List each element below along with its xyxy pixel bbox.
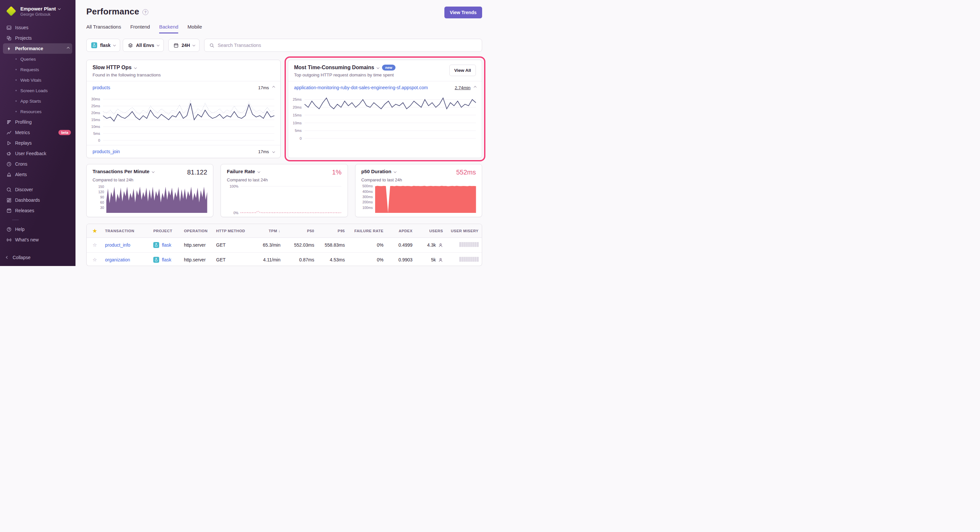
expand-row-icon[interactable] (272, 150, 275, 153)
misery-bar (475, 242, 477, 247)
y-tick-label: 5ms (295, 129, 302, 132)
column-header-p50[interactable]: P50 (283, 225, 317, 237)
column-header-method[interactable]: HTTP METHOD (213, 225, 250, 237)
sidebar-item-metrics[interactable]: Metricsbeta (0, 127, 75, 138)
chevron-down-icon[interactable] (258, 170, 260, 173)
chevron-down-icon[interactable] (377, 66, 379, 69)
column-header-users[interactable]: USERS (416, 225, 446, 237)
sidebar-item-discover[interactable]: Discover (0, 184, 75, 195)
slow-http-ops-panel: Slow HTTP Ops Found in the following tra… (86, 60, 281, 158)
org-text: Empower Plant George Gritsouk (20, 6, 60, 17)
sidebar-item-dashboards[interactable]: Dashboards (0, 195, 75, 205)
column-header-p95[interactable]: P95 (318, 225, 348, 237)
y-tick-label: 90 (100, 195, 104, 199)
transaction-link[interactable]: products (92, 85, 110, 90)
collapse-row-icon[interactable] (474, 86, 476, 89)
cell-apdex: 0.4999 (387, 238, 416, 252)
releases-icon (6, 208, 11, 213)
sidebar-item-help[interactable]: Help (0, 224, 75, 235)
tab-backend[interactable]: Backend (159, 24, 178, 33)
misery-bar (463, 242, 465, 247)
sidebar-item-releases[interactable]: Releases (0, 205, 75, 216)
sidebar-item-profiling[interactable]: Profiling (0, 117, 75, 127)
chevron-down-icon (113, 44, 116, 46)
org-name: Empower Plant (20, 6, 56, 11)
column-header-tpm[interactable]: TPM ↓ (250, 225, 283, 237)
sidebar-subitem-resources[interactable]: Resources (0, 106, 75, 117)
domains-chart: 25ms20ms15ms10ms5ms0 (288, 94, 482, 143)
sidebar-subitem-requests[interactable]: Requests (0, 64, 75, 75)
cell-favorite[interactable]: ☆ (87, 253, 102, 266)
beta-badge: beta (59, 130, 71, 135)
tab-mobile[interactable]: Mobile (188, 24, 202, 33)
cell-p50: 0.87ms (283, 253, 317, 266)
y-tick-label: 25ms (293, 97, 302, 102)
transaction-row-products: products 17ms (87, 81, 280, 94)
user-name: George Gritsouk (20, 12, 60, 17)
performance-icon (6, 46, 11, 51)
bullet-dot-icon (16, 90, 17, 91)
view-all-button[interactable]: View All (449, 65, 476, 76)
transaction-link[interactable]: organization (105, 257, 130, 262)
sidebar-subitem-label: App Starts (20, 99, 41, 104)
sidebar-item-projects[interactable]: Projects (0, 33, 75, 43)
y-tick-label: 0% (233, 211, 238, 215)
y-tick-label: 20ms (293, 105, 302, 109)
cell-operation: http.server (180, 253, 213, 266)
view-trends-button[interactable]: View Trends (444, 6, 482, 18)
project-link[interactable]: flask (162, 242, 171, 248)
org-switcher[interactable]: Empower Plant George Gritsouk (0, 5, 75, 21)
favorite-column-header[interactable]: ★ (87, 224, 102, 237)
cell-transaction: organization (102, 253, 150, 266)
calendar-icon (173, 43, 178, 48)
column-header-failure_rate[interactable]: FAILURE RATE (348, 225, 387, 237)
sidebar-item-whats-new[interactable]: What's new (0, 235, 75, 245)
y-tick-label: 400ms (362, 190, 373, 194)
environment-filter-button[interactable]: All Envs (123, 39, 164, 52)
panel-spacer (288, 143, 482, 156)
date-range-button[interactable]: 24H (169, 39, 200, 52)
sidebar-subitem-web-vitals[interactable]: Web Vitals (0, 75, 75, 85)
p50-value: 552ms (456, 168, 476, 176)
project-link[interactable]: flask (162, 257, 171, 262)
sidebar-item-issues[interactable]: Issues (0, 22, 75, 33)
p50-subtitle: Compared to last 24h (361, 178, 476, 183)
sidebar-item-performance[interactable]: Performance (3, 43, 72, 54)
sidebar-item-crons[interactable]: Crons (0, 159, 75, 169)
column-header-user_misery[interactable]: USER MISERY (446, 225, 482, 237)
help-icon (6, 227, 11, 232)
chevron-down-icon[interactable] (152, 170, 154, 173)
chevron-down-icon[interactable] (134, 66, 137, 69)
misery-bar (473, 242, 474, 247)
transaction-link[interactable]: products_join (92, 149, 120, 154)
sidebar-item-replays[interactable]: Replays (0, 138, 75, 148)
collapse-row-icon[interactable] (272, 86, 275, 89)
column-header-transaction[interactable]: TRANSACTION (102, 225, 150, 237)
failure-rate-value: 1% (332, 168, 342, 176)
column-header-apdex[interactable]: APDEX (387, 225, 416, 237)
misery-bar (473, 257, 474, 262)
domain-link[interactable]: application-monitoring-ruby-dot-sales-en… (294, 85, 428, 90)
column-header-operation[interactable]: OPERATION (180, 225, 213, 237)
sidebar-subitem-app-starts[interactable]: App Starts (0, 96, 75, 106)
slow-http-ops-chart: 30ms25ms20ms15ms10ms5ms0 (87, 94, 280, 145)
sidebar-item-user-feedback[interactable]: User Feedback (0, 148, 75, 159)
transaction-link[interactable]: product_info (105, 242, 130, 248)
project-filter-button[interactable]: flask (86, 39, 120, 52)
user-icon (438, 258, 443, 262)
help-icon[interactable]: ? (142, 9, 148, 15)
sidebar-subitem-queries[interactable]: Queries (0, 54, 75, 64)
chart-plot-area (103, 97, 274, 140)
sidebar-item-alerts[interactable]: Alerts (0, 169, 75, 180)
chevron-down-icon[interactable] (394, 170, 396, 173)
column-header-project[interactable]: PROJECT (150, 225, 180, 237)
sidebar-divider (12, 220, 19, 220)
sidebar-subitem-screen-loads[interactable]: Screen Loads (0, 85, 75, 96)
failure-rate-subtitle: Compared to last 24h (227, 178, 341, 183)
tab-frontend[interactable]: Frontend (130, 24, 150, 33)
cell-favorite[interactable]: ☆ (87, 238, 102, 252)
tab-all-transactions[interactable]: All Transactions (86, 24, 121, 33)
search-input[interactable] (218, 43, 477, 48)
y-tick-label: 0 (98, 138, 100, 142)
collapse-button[interactable]: Collapse (0, 251, 75, 263)
